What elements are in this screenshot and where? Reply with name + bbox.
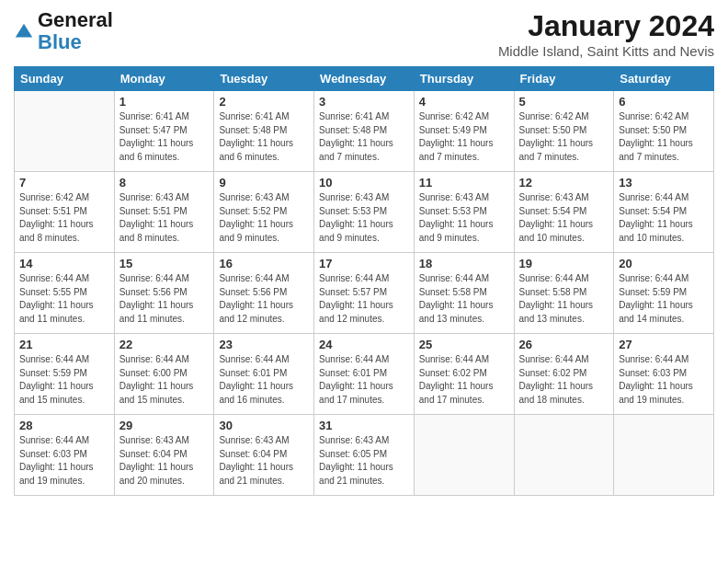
day-info: Sunrise: 6:43 AMSunset: 5:53 PMDaylight:… (419, 191, 509, 245)
calendar-cell: 16Sunrise: 6:44 AMSunset: 5:56 PMDayligh… (214, 253, 314, 334)
day-number: 6 (619, 95, 709, 109)
day-number: 1 (119, 95, 210, 109)
calendar-subtitle: Middle Island, Saint Kitts and Nevis (498, 43, 714, 59)
calendar-header-friday: Friday (514, 67, 614, 91)
calendar-cell: 31Sunrise: 6:43 AMSunset: 6:05 PMDayligh… (314, 415, 415, 496)
calendar-cell: 2Sunrise: 6:41 AMSunset: 5:48 PMDaylight… (214, 91, 314, 172)
day-info: Sunrise: 6:43 AMSunset: 6:04 PMDaylight:… (119, 434, 210, 488)
day-info: Sunrise: 6:44 AMSunset: 5:56 PMDaylight:… (119, 272, 210, 326)
day-number: 3 (319, 95, 409, 109)
day-number: 29 (119, 419, 210, 432)
day-number: 20 (619, 257, 709, 270)
logo: General Blue (14, 9, 113, 53)
calendar-cell: 25Sunrise: 6:44 AMSunset: 6:02 PMDayligh… (414, 334, 514, 415)
calendar-cell: 22Sunrise: 6:44 AMSunset: 6:00 PMDayligh… (114, 334, 214, 415)
calendar-week-5: 28Sunrise: 6:44 AMSunset: 6:03 PMDayligh… (15, 415, 714, 496)
day-number: 15 (119, 257, 210, 270)
day-info: Sunrise: 6:44 AMSunset: 5:58 PMDaylight:… (519, 272, 609, 326)
day-info: Sunrise: 6:44 AMSunset: 5:54 PMDaylight:… (619, 191, 709, 245)
day-info: Sunrise: 6:44 AMSunset: 5:57 PMDaylight:… (319, 272, 409, 326)
calendar-cell: 5Sunrise: 6:42 AMSunset: 5:50 PMDaylight… (514, 91, 614, 172)
day-number: 17 (319, 257, 409, 270)
day-info: Sunrise: 6:44 AMSunset: 6:01 PMDaylight:… (219, 353, 309, 407)
day-number: 9 (219, 176, 309, 190)
calendar-cell: 3Sunrise: 6:41 AMSunset: 5:48 PMDaylight… (314, 91, 415, 172)
calendar-header-monday: Monday (114, 67, 214, 91)
calendar-week-2: 7Sunrise: 6:42 AMSunset: 5:51 PMDaylight… (15, 172, 714, 253)
day-number: 5 (519, 95, 609, 109)
day-info: Sunrise: 6:44 AMSunset: 6:03 PMDaylight:… (19, 434, 109, 488)
day-info: Sunrise: 6:43 AMSunset: 5:54 PMDaylight:… (519, 191, 609, 245)
calendar-cell: 15Sunrise: 6:44 AMSunset: 5:56 PMDayligh… (114, 253, 214, 334)
calendar-cell: 21Sunrise: 6:44 AMSunset: 5:59 PMDayligh… (15, 334, 115, 415)
calendar-cell: 29Sunrise: 6:43 AMSunset: 6:04 PMDayligh… (114, 415, 214, 496)
day-info: Sunrise: 6:43 AMSunset: 5:51 PMDaylight:… (119, 191, 210, 245)
day-number: 16 (219, 257, 309, 270)
calendar-title: January 2024 (498, 9, 714, 43)
day-info: Sunrise: 6:44 AMSunset: 5:58 PMDaylight:… (419, 272, 509, 326)
day-info: Sunrise: 6:42 AMSunset: 5:50 PMDaylight:… (519, 110, 609, 164)
day-info: Sunrise: 6:44 AMSunset: 5:59 PMDaylight:… (619, 272, 709, 326)
day-info: Sunrise: 6:41 AMSunset: 5:48 PMDaylight:… (219, 110, 309, 164)
calendar-cell: 4Sunrise: 6:42 AMSunset: 5:49 PMDaylight… (414, 91, 514, 172)
calendar-week-3: 14Sunrise: 6:44 AMSunset: 5:55 PMDayligh… (15, 253, 714, 334)
day-number: 26 (519, 338, 609, 351)
page-header: General Blue January 2024 Middle Island,… (14, 9, 714, 59)
calendar-week-4: 21Sunrise: 6:44 AMSunset: 5:59 PMDayligh… (15, 334, 714, 415)
calendar-cell: 17Sunrise: 6:44 AMSunset: 5:57 PMDayligh… (314, 253, 415, 334)
calendar-cell: 18Sunrise: 6:44 AMSunset: 5:58 PMDayligh… (414, 253, 514, 334)
calendar-cell: 1Sunrise: 6:41 AMSunset: 5:47 PMDaylight… (114, 91, 214, 172)
calendar-cell (514, 415, 614, 496)
day-number: 12 (519, 176, 609, 190)
day-number: 28 (19, 419, 109, 432)
calendar-cell: 11Sunrise: 6:43 AMSunset: 5:53 PMDayligh… (414, 172, 514, 253)
calendar-cell (414, 415, 514, 496)
day-number: 30 (219, 419, 309, 432)
day-number: 21 (19, 338, 109, 351)
day-info: Sunrise: 6:44 AMSunset: 6:02 PMDaylight:… (419, 353, 509, 407)
day-number: 27 (619, 338, 709, 351)
calendar-cell: 10Sunrise: 6:43 AMSunset: 5:53 PMDayligh… (314, 172, 415, 253)
calendar-cell: 27Sunrise: 6:44 AMSunset: 6:03 PMDayligh… (614, 334, 714, 415)
calendar-header-saturday: Saturday (614, 67, 714, 91)
day-info: Sunrise: 6:43 AMSunset: 5:53 PMDaylight:… (319, 191, 409, 245)
day-number: 24 (319, 338, 409, 351)
day-info: Sunrise: 6:41 AMSunset: 5:47 PMDaylight:… (119, 110, 210, 164)
calendar-cell: 6Sunrise: 6:42 AMSunset: 5:50 PMDaylight… (614, 91, 714, 172)
day-number: 25 (419, 338, 509, 351)
day-info: Sunrise: 6:44 AMSunset: 5:55 PMDaylight:… (19, 272, 109, 326)
calendar-body: 1Sunrise: 6:41 AMSunset: 5:47 PMDaylight… (15, 91, 714, 496)
calendar-header-row: SundayMondayTuesdayWednesdayThursdayFrid… (15, 67, 714, 91)
day-number: 18 (419, 257, 509, 270)
day-info: Sunrise: 6:44 AMSunset: 5:56 PMDaylight:… (219, 272, 309, 326)
day-info: Sunrise: 6:44 AMSunset: 5:59 PMDaylight:… (19, 353, 109, 407)
calendar-cell (15, 91, 115, 172)
calendar-cell: 23Sunrise: 6:44 AMSunset: 6:01 PMDayligh… (214, 334, 314, 415)
calendar-table: SundayMondayTuesdayWednesdayThursdayFrid… (14, 66, 714, 496)
day-info: Sunrise: 6:42 AMSunset: 5:49 PMDaylight:… (419, 110, 509, 164)
day-number: 22 (119, 338, 210, 351)
day-info: Sunrise: 6:43 AMSunset: 6:04 PMDaylight:… (219, 434, 309, 488)
calendar-week-1: 1Sunrise: 6:41 AMSunset: 5:47 PMDaylight… (15, 91, 714, 172)
day-info: Sunrise: 6:42 AMSunset: 5:50 PMDaylight:… (619, 110, 709, 164)
day-number: 10 (319, 176, 409, 190)
day-info: Sunrise: 6:44 AMSunset: 6:01 PMDaylight:… (319, 353, 409, 407)
calendar-cell: 28Sunrise: 6:44 AMSunset: 6:03 PMDayligh… (15, 415, 115, 496)
day-number: 2 (219, 95, 309, 109)
day-number: 31 (319, 419, 409, 432)
calendar-cell: 7Sunrise: 6:42 AMSunset: 5:51 PMDaylight… (15, 172, 115, 253)
calendar-cell: 12Sunrise: 6:43 AMSunset: 5:54 PMDayligh… (514, 172, 614, 253)
day-number: 4 (419, 95, 509, 109)
day-number: 23 (219, 338, 309, 351)
day-info: Sunrise: 6:41 AMSunset: 5:48 PMDaylight:… (319, 110, 409, 164)
title-block: January 2024 Middle Island, Saint Kitts … (498, 9, 714, 59)
day-info: Sunrise: 6:42 AMSunset: 5:51 PMDaylight:… (19, 191, 109, 245)
day-number: 8 (119, 176, 210, 190)
calendar-cell (614, 415, 714, 496)
calendar-cell: 8Sunrise: 6:43 AMSunset: 5:51 PMDaylight… (114, 172, 214, 253)
calendar-header-tuesday: Tuesday (214, 67, 314, 91)
day-number: 13 (619, 176, 709, 190)
calendar-cell: 26Sunrise: 6:44 AMSunset: 6:02 PMDayligh… (514, 334, 614, 415)
calendar-cell: 20Sunrise: 6:44 AMSunset: 5:59 PMDayligh… (614, 253, 714, 334)
calendar-cell: 14Sunrise: 6:44 AMSunset: 5:55 PMDayligh… (15, 253, 115, 334)
